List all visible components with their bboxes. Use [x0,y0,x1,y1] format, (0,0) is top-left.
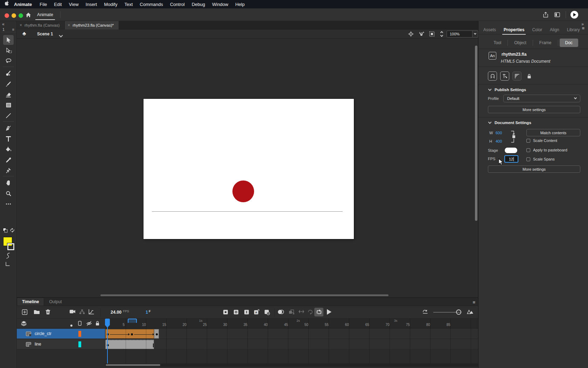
timeline-horizontal-scrollbar[interactable] [105,363,478,367]
outline-layers-icon[interactable] [78,321,83,326]
menu-item-help[interactable]: Help [232,2,248,7]
scale-content-checkbox[interactable] [526,139,530,143]
edit-multiple-frames-button[interactable] [288,309,295,315]
line-tool[interactable] [3,111,14,121]
section-collapse-icon[interactable] [488,88,492,91]
loop-playback-button[interactable] [314,308,323,316]
show-tween-graph-button[interactable] [88,309,94,315]
swap-keyframe-range-button[interactable] [298,309,304,315]
share-icon[interactable] [542,12,549,18]
camera-button[interactable] [69,309,76,315]
scale-content-checkbox-row[interactable]: Scale Content [526,138,557,143]
zoom-stepper[interactable] [440,30,444,38]
panel-tab-library[interactable]: Library [567,27,580,33]
timeline-fps-display[interactable]: 24.00FPS [111,309,129,315]
new-folder-button[interactable] [34,309,40,315]
height-value[interactable]: 400 [496,139,502,143]
onion-skin-button[interactable] [277,309,284,315]
apply-pasteboard-checkbox[interactable] [526,148,530,152]
layer-row-line[interactable]: line [17,339,105,349]
asset-warp-tool[interactable] [3,165,14,175]
menu-item-window[interactable]: Window [209,2,232,7]
canvas-horizontal-scrollbar[interactable] [100,294,388,296]
close-tab-icon[interactable]: × [20,23,22,28]
publish-more-settings-button[interactable]: More settings [488,106,580,113]
link-width-height-icon[interactable] [509,130,516,144]
panel-tab-align[interactable]: Align [550,27,559,33]
toolbar-menu-icon[interactable]: ≡ [12,27,14,32]
panel-tab-assets[interactable]: Assets [483,27,496,33]
reset-timeline-zoom-button[interactable] [422,309,428,315]
auto-keyframe-button[interactable]: A [253,309,260,315]
menu-item-control[interactable]: Control [167,2,188,7]
line-shape[interactable] [152,211,343,212]
rectangle-tool[interactable] [3,100,14,110]
pen-tool[interactable] [3,123,14,133]
end-keyframe-cell[interactable] [154,329,159,339]
layer-name[interactable]: line [35,342,41,347]
stage[interactable] [144,99,354,239]
timeline-tab-output[interactable]: Output [44,298,66,306]
scene-chevron-icon[interactable] [59,32,62,38]
fluid-brush-tool[interactable] [3,69,14,79]
timeline-menu-icon[interactable]: ≡ [472,300,475,305]
menu-item-modify[interactable]: Modify [100,2,121,7]
rotate-view-icon[interactable] [419,31,424,37]
zoom-step-down-icon[interactable] [440,34,443,37]
subselection-tool[interactable] [3,46,14,55]
frames-row-circle_ctr[interactable] [105,329,478,339]
menu-item-insert[interactable]: Insert [82,2,101,7]
properties-subtab-frame[interactable]: Frame [534,39,556,47]
document-tab[interactable]: ×rhythm23.fla (Canvas)* [65,21,119,29]
apple-logo-icon[interactable] [4,1,11,8]
layer-parenting-button[interactable] [79,309,85,315]
publish-settings-header[interactable]: Publish Settings [489,88,526,92]
canvas-pasteboard[interactable] [17,39,478,297]
menu-item-view[interactable]: View [65,2,82,7]
panel-tab-properties[interactable]: Properties [504,27,524,33]
close-tab-icon[interactable]: × [68,23,70,28]
menu-item-file[interactable]: File [36,2,50,7]
loop-range-marker[interactable] [128,319,137,323]
default-swap-colors[interactable] [3,228,15,233]
eraser-tool[interactable] [3,90,14,100]
test-movie-button[interactable] [570,11,578,19]
layer-row-circle_ctr[interactable]: circle_ctr [17,329,105,339]
highlight-layers-icon[interactable] [70,322,76,328]
paint-bucket-tool[interactable] [3,144,14,154]
delete-layer-button[interactable] [46,309,52,315]
loop-range-button[interactable] [307,309,314,315]
rulers-guides-button[interactable] [512,71,522,81]
layer-color-chip[interactable] [78,331,81,337]
play-button[interactable] [326,309,332,315]
menu-item-edit[interactable]: Edit [50,2,65,7]
panel-menu-icon[interactable]: ≡ [582,27,584,29]
lock-layers-icon[interactable] [95,321,101,326]
lasso-tool[interactable] [3,56,14,66]
insert-keyframe-button[interactable] [223,309,229,315]
hide-layers-icon[interactable] [86,321,92,326]
home-icon[interactable] [25,12,31,18]
section-collapse-icon[interactable] [488,121,492,124]
timeline-tab-timeline[interactable]: Timeline [17,298,44,306]
maximize-window-button[interactable] [19,13,23,18]
insert-blank-keyframe-button[interactable] [233,309,239,315]
static-span[interactable] [105,340,154,349]
match-contents-button[interactable]: Match contents [526,129,580,136]
lock-guides-button[interactable] [525,71,534,81]
document-settings-header[interactable]: Document Settings [489,121,531,125]
corner-segment-icon[interactable] [5,261,11,268]
classic-tween-span[interactable] [105,329,154,339]
width-value[interactable]: 600 [496,131,502,135]
menu-item-text[interactable]: Text [121,2,136,7]
panel-tab-color[interactable]: Color [532,27,542,33]
menu-item-animate[interactable]: Animate [11,2,36,7]
max-timeline-zoom-icon[interactable] [467,309,473,315]
center-stage-icon[interactable] [408,31,414,37]
snap-align-button[interactable] [500,71,509,81]
fps-input[interactable]: 12 [504,155,518,163]
stroke-color-swatch[interactable] [7,243,14,250]
document-tab[interactable]: ×rhythm.fla (Canvas) [17,21,65,29]
new-layer-button[interactable] [22,309,28,315]
selection-tool[interactable] [3,35,14,45]
